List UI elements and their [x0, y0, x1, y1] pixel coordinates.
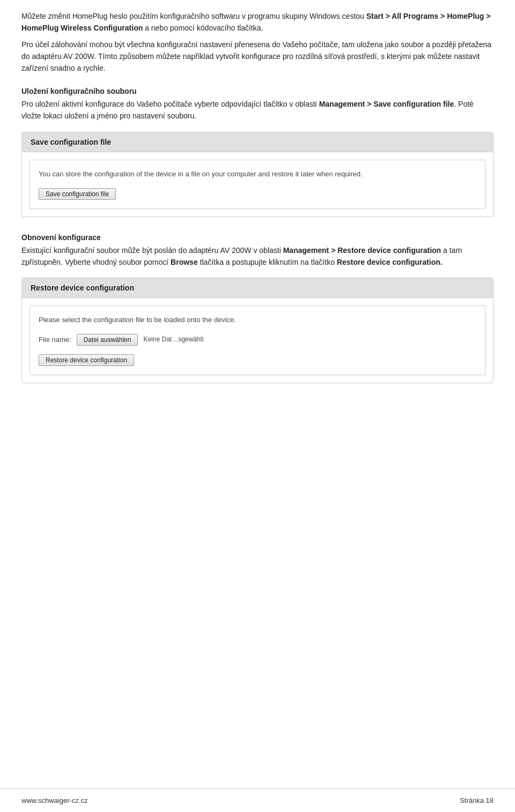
save-config-box-inner: You can store the configuration of the d…	[30, 160, 485, 209]
footer-website: www.schwaiger-cz.cz	[21, 796, 88, 804]
footer-page-number: Stránka 18	[460, 796, 494, 804]
datei-auswahlen-button[interactable]: Datei auswählen	[77, 334, 138, 346]
file-name-row: File name: Datei auswählen Keine Dat…sge…	[39, 333, 476, 346]
restore-section-heading: Obnovení konfigurace	[21, 233, 494, 242]
file-name-label: File name:	[39, 336, 71, 344]
save-config-box-title: Save configuration file	[22, 132, 493, 152]
file-no-selected-text: Keine Dat…sgewählt	[143, 336, 203, 343]
restore-config-box-inner: Please select the configuration file to …	[30, 306, 485, 375]
save-section-body: Pro uložení aktivní konfigurace do Vašeh…	[21, 99, 494, 122]
page-content: Můžete změnit HomePlug heslo použitím ko…	[0, 0, 515, 431]
save-config-inner-text: You can store the configuration of the d…	[39, 169, 476, 180]
page-footer: www.schwaiger-cz.cz Stránka 18	[0, 788, 515, 812]
intro-paragraph-2: Pro účel zálohování mohou být všechna ko…	[21, 39, 494, 74]
save-configuration-file-button[interactable]: Save configuration file	[39, 188, 116, 200]
restore-config-box: Restore device configuration Please sele…	[21, 278, 494, 383]
restore-device-configuration-button[interactable]: Restore device configuration	[39, 354, 134, 366]
save-config-box: Save configuration file You can store th…	[21, 132, 494, 217]
intro-paragraph-1: Můžete změnit HomePlug heslo použitím ko…	[21, 11, 494, 34]
restore-section-body: Existující konfigurační soubor může být …	[21, 245, 494, 268]
save-section-heading: Uložení konfiguračního souboru	[21, 87, 494, 95]
restore-config-inner-text: Please select the configuration file to …	[39, 315, 476, 325]
restore-config-box-title: Restore device configuration	[22, 278, 493, 298]
